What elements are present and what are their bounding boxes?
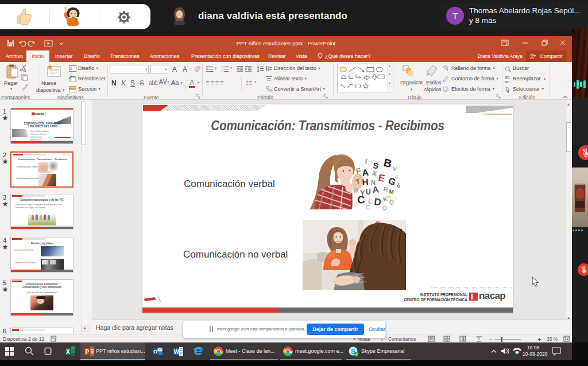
svg-text:H: H: [362, 177, 369, 187]
svg-text:b: b: [396, 182, 402, 189]
svg-text:B: B: [382, 157, 393, 170]
svg-text:D: D: [374, 196, 382, 208]
svg-text:I: I: [364, 157, 368, 165]
svg-text:A: A: [362, 168, 370, 178]
svg-text:O: O: [153, 349, 157, 355]
svg-text:X: X: [371, 169, 378, 178]
svg-text:A: A: [372, 184, 380, 195]
svg-text:U: U: [366, 188, 371, 196]
svg-text:Q: Q: [382, 204, 388, 211]
svg-text:C: C: [357, 194, 365, 206]
svg-text:W: W: [174, 349, 180, 355]
svg-text:F: F: [355, 166, 361, 176]
svg-text:E: E: [377, 172, 385, 184]
svg-text:V: V: [392, 165, 397, 173]
svg-text:Q: Q: [389, 198, 395, 206]
svg-text:M: M: [389, 188, 394, 195]
svg-text:X: X: [66, 349, 70, 355]
svg-text:R: R: [383, 185, 389, 193]
svg-text:a: a: [395, 174, 399, 180]
svg-text:P: P: [86, 349, 90, 355]
